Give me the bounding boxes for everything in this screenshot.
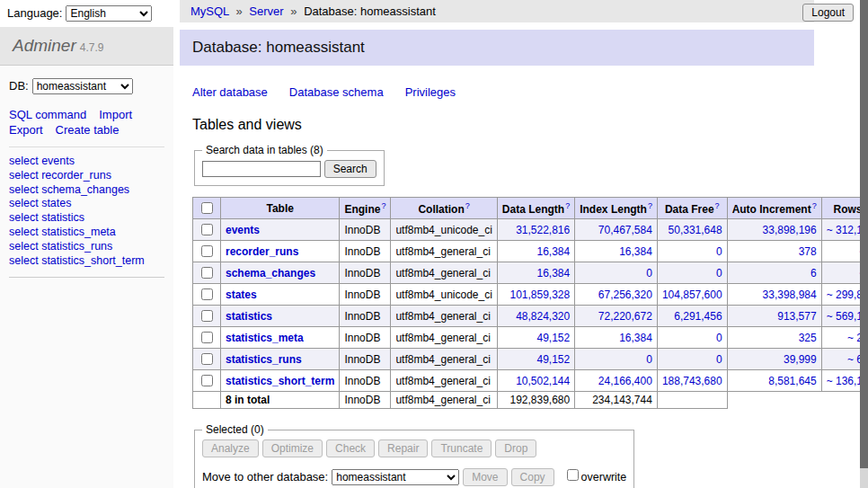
data-length-link[interactable]: 10,502,144: [516, 375, 570, 387]
search-button[interactable]: Search: [324, 160, 376, 178]
logout-button[interactable]: Logout: [802, 4, 854, 22]
scrollbar[interactable]: [860, 0, 868, 488]
help-icon[interactable]: ?: [381, 201, 385, 210]
row-checkbox[interactable]: [201, 288, 213, 300]
import-link[interactable]: Import: [99, 108, 132, 121]
overwrite-checkbox[interactable]: [567, 469, 579, 481]
data-length-link[interactable]: 49,152: [537, 353, 571, 366]
table-name-link[interactable]: recorder_runs: [226, 245, 298, 258]
help-icon[interactable]: ?: [648, 201, 652, 210]
data-length-link[interactable]: 49,152: [537, 332, 571, 344]
truncate-button[interactable]: Truncate: [431, 439, 492, 457]
collation-cell: utf8mb4_general_ci: [391, 241, 497, 262]
search-input[interactable]: [202, 161, 321, 177]
db-nav-link[interactable]: Alter database: [192, 85, 268, 99]
db-nav-link[interactable]: Privileges: [405, 85, 456, 99]
row-checkbox[interactable]: [201, 332, 213, 343]
db-select[interactable]: homeassistant: [32, 78, 133, 94]
auto-increment-link[interactable]: 6: [810, 267, 817, 279]
language-select[interactable]: English: [66, 5, 152, 22]
index-length-link[interactable]: 67,256,320: [598, 288, 652, 301]
copy-button[interactable]: Copy: [511, 468, 554, 486]
data-free-link[interactable]: 0: [716, 245, 722, 258]
row-checkbox[interactable]: [201, 310, 213, 322]
table-name-link[interactable]: events: [226, 224, 260, 236]
sidebar-table-link[interactable]: select recorder_runs: [9, 169, 164, 183]
select-all-checkbox[interactable]: [201, 202, 213, 214]
breadcrumb-link-server[interactable]: Server: [249, 4, 283, 18]
index-length-link[interactable]: 24,166,400: [598, 375, 652, 387]
analyze-button[interactable]: Analyze: [202, 439, 259, 457]
table-name-link[interactable]: statistics: [226, 310, 272, 323]
data-free-link[interactable]: 0: [716, 353, 722, 366]
row-checkbox[interactable]: [201, 353, 213, 365]
sidebar-table-link[interactable]: select schema_changes: [9, 183, 164, 198]
sidebar-table-link[interactable]: select states: [9, 197, 164, 211]
data-length-link[interactable]: 16,384: [537, 267, 571, 279]
auto-increment-link[interactable]: 39,999: [784, 353, 817, 366]
data-free-link[interactable]: 6,291,456: [674, 310, 722, 323]
column-header-index-length: Index Length?: [575, 198, 658, 219]
drop-button[interactable]: Drop: [495, 439, 536, 457]
help-icon[interactable]: ?: [715, 201, 720, 210]
search-legend: Search data in tables (8): [202, 144, 327, 156]
index-length-link[interactable]: 0: [646, 267, 652, 279]
auto-increment-link[interactable]: 378: [799, 245, 817, 258]
move-button[interactable]: Move: [463, 468, 507, 486]
row-checkbox[interactable]: [201, 245, 213, 257]
table-name-link[interactable]: statistics_short_term: [226, 375, 334, 387]
export-link[interactable]: Export: [9, 123, 43, 137]
data-free-link[interactable]: 104,857,600: [662, 288, 722, 301]
table-name-link[interactable]: schema_changes: [226, 267, 315, 279]
move-db-select[interactable]: homeassistant: [332, 469, 459, 485]
breadcrumb-separator: »: [235, 4, 242, 18]
auto-increment-link[interactable]: 33,398,984: [763, 288, 817, 301]
data-free-link[interactable]: 188,743,680: [662, 375, 722, 387]
table-name-link[interactable]: statistics_runs: [226, 353, 302, 366]
db-nav-links: Alter databaseDatabase schemaPrivileges: [192, 85, 814, 99]
sql-command-link[interactable]: SQL command: [9, 108, 86, 121]
data-length-link[interactable]: 16,384: [537, 245, 571, 258]
table-name-link[interactable]: states: [226, 288, 257, 301]
table-row: schema_changesInnoDButf8mb4_general_ci16…: [193, 262, 868, 284]
create-table-link[interactable]: Create table: [56, 123, 120, 137]
help-icon[interactable]: ?: [565, 201, 570, 210]
data-free-link[interactable]: 50,331,648: [669, 224, 722, 236]
sidebar-table-link[interactable]: select statistics_runs: [9, 240, 164, 254]
auto-increment-link[interactable]: 325: [799, 332, 817, 344]
row-checkbox[interactable]: [201, 267, 213, 279]
sidebar-table-link[interactable]: select statistics_short_term: [9, 254, 164, 269]
help-icon[interactable]: ?: [812, 201, 817, 210]
check-button[interactable]: Check: [326, 439, 375, 457]
auto-increment-link[interactable]: 33,898,196: [763, 224, 817, 236]
table-name-link[interactable]: statistics_meta: [226, 332, 304, 344]
engine-cell: InnoDB: [340, 219, 391, 241]
tables-overview: TableEngine?Collation?Data Length?Index …: [192, 197, 868, 409]
auto-increment-cell: 8,581,645: [727, 370, 821, 392]
index-length-link[interactable]: 16,384: [619, 332, 652, 344]
index-length-link[interactable]: 16,384: [619, 245, 652, 258]
auto-increment-link[interactable]: 8,581,645: [768, 375, 816, 387]
scrollbar-thumb[interactable]: [860, 0, 868, 468]
auto-increment-link[interactable]: 913,577: [777, 310, 816, 323]
data-free-link[interactable]: 0: [716, 267, 722, 279]
sidebar-table-link[interactable]: select statistics_meta: [9, 226, 164, 240]
row-checkbox[interactable]: [201, 375, 213, 386]
data-length-link[interactable]: 101,859,328: [509, 288, 570, 301]
data-free-link[interactable]: 0: [716, 332, 722, 344]
index-length-link[interactable]: 70,467,584: [598, 224, 652, 236]
data-free-cell: 50,331,648: [657, 219, 727, 241]
table-row: statistics_metaInnoDButf8mb4_general_ci4…: [193, 327, 868, 349]
help-icon[interactable]: ?: [465, 201, 470, 210]
db-nav-link[interactable]: Database schema: [289, 85, 384, 99]
repair-button[interactable]: Repair: [378, 439, 428, 457]
index-length-link[interactable]: 72,220,672: [598, 310, 652, 323]
optimize-button[interactable]: Optimize: [262, 439, 323, 457]
sidebar-table-link[interactable]: select events: [9, 155, 164, 169]
breadcrumb-link-mysql[interactable]: MySQL: [190, 4, 229, 18]
sidebar-table-link[interactable]: select statistics: [9, 211, 164, 226]
data-length-link[interactable]: 31,522,816: [516, 224, 570, 236]
data-length-link[interactable]: 48,824,320: [516, 310, 570, 323]
index-length-link[interactable]: 0: [646, 353, 652, 366]
row-checkbox[interactable]: [201, 224, 213, 235]
